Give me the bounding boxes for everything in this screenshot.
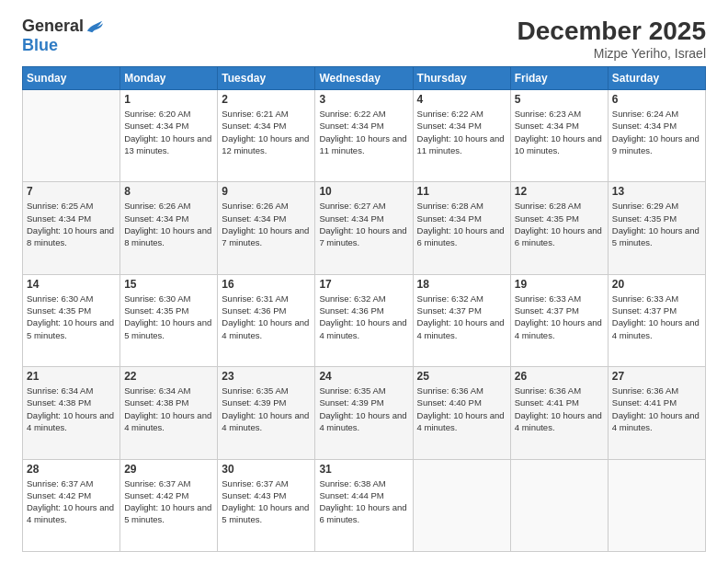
- table-row: 28Sunrise: 6:37 AM Sunset: 4:42 PM Dayli…: [23, 459, 120, 551]
- table-row: 4Sunrise: 6:22 AM Sunset: 4:34 PM Daylig…: [413, 90, 510, 182]
- table-row: 29Sunrise: 6:37 AM Sunset: 4:42 PM Dayli…: [120, 459, 218, 551]
- table-row: [413, 459, 510, 551]
- table-row: 8Sunrise: 6:26 AM Sunset: 4:34 PM Daylig…: [120, 182, 218, 274]
- day-info: Sunrise: 6:22 AM Sunset: 4:34 PM Dayligh…: [417, 108, 506, 156]
- table-row: 17Sunrise: 6:32 AM Sunset: 4:36 PM Dayli…: [315, 274, 413, 366]
- day-number: 7: [27, 185, 116, 198]
- logo-bird-icon: [85, 18, 104, 35]
- page: General Blue December 2025 Mizpe Yeriho,…: [0, 0, 728, 563]
- table-row: 19Sunrise: 6:33 AM Sunset: 4:37 PM Dayli…: [510, 274, 608, 366]
- day-info: Sunrise: 6:32 AM Sunset: 4:36 PM Dayligh…: [319, 293, 408, 341]
- table-row: 13Sunrise: 6:29 AM Sunset: 4:35 PM Dayli…: [608, 182, 705, 274]
- day-number: 31: [319, 463, 408, 476]
- day-info: Sunrise: 6:26 AM Sunset: 4:34 PM Dayligh…: [222, 200, 311, 248]
- day-info: Sunrise: 6:35 AM Sunset: 4:39 PM Dayligh…: [319, 385, 408, 433]
- title-area: December 2025 Mizpe Yeriho, Israel: [518, 17, 706, 61]
- table-row: 25Sunrise: 6:36 AM Sunset: 4:40 PM Dayli…: [413, 367, 510, 459]
- day-info: Sunrise: 6:37 AM Sunset: 4:42 PM Dayligh…: [27, 477, 116, 526]
- day-number: 24: [319, 370, 408, 383]
- day-number: 21: [27, 370, 116, 383]
- table-row: 23Sunrise: 6:35 AM Sunset: 4:39 PM Dayli…: [218, 367, 315, 459]
- day-info: Sunrise: 6:34 AM Sunset: 4:38 PM Dayligh…: [124, 385, 213, 433]
- table-row: [510, 459, 608, 551]
- day-info: Sunrise: 6:24 AM Sunset: 4:34 PM Dayligh…: [612, 108, 701, 156]
- table-row: 24Sunrise: 6:35 AM Sunset: 4:39 PM Dayli…: [315, 367, 413, 459]
- day-info: Sunrise: 6:37 AM Sunset: 4:43 PM Dayligh…: [222, 477, 311, 526]
- col-friday: Friday: [510, 67, 608, 90]
- table-row: 27Sunrise: 6:36 AM Sunset: 4:41 PM Dayli…: [608, 367, 705, 459]
- day-info: Sunrise: 6:30 AM Sunset: 4:35 PM Dayligh…: [124, 293, 213, 341]
- table-row: 12Sunrise: 6:28 AM Sunset: 4:35 PM Dayli…: [510, 182, 608, 274]
- day-number: 26: [515, 370, 604, 383]
- table-row: 14Sunrise: 6:30 AM Sunset: 4:35 PM Dayli…: [23, 274, 120, 366]
- day-number: 28: [27, 463, 116, 476]
- table-row: 6Sunrise: 6:24 AM Sunset: 4:34 PM Daylig…: [608, 90, 705, 182]
- day-number: 27: [612, 370, 701, 383]
- table-row: 31Sunrise: 6:38 AM Sunset: 4:44 PM Dayli…: [315, 459, 413, 551]
- day-number: 11: [417, 185, 506, 198]
- table-row: 3Sunrise: 6:22 AM Sunset: 4:34 PM Daylig…: [315, 90, 413, 182]
- table-row: [23, 90, 120, 182]
- day-number: 16: [222, 278, 311, 291]
- table-row: 26Sunrise: 6:36 AM Sunset: 4:41 PM Dayli…: [510, 367, 608, 459]
- day-number: 23: [222, 370, 311, 383]
- table-row: 1Sunrise: 6:20 AM Sunset: 4:34 PM Daylig…: [120, 90, 218, 182]
- day-info: Sunrise: 6:27 AM Sunset: 4:34 PM Dayligh…: [319, 200, 408, 248]
- day-number: 4: [417, 93, 506, 106]
- day-number: 19: [515, 278, 604, 291]
- calendar-week-row: 14Sunrise: 6:30 AM Sunset: 4:35 PM Dayli…: [23, 274, 706, 366]
- day-number: 18: [417, 278, 506, 291]
- col-thursday: Thursday: [413, 67, 510, 90]
- day-info: Sunrise: 6:36 AM Sunset: 4:41 PM Dayligh…: [515, 385, 604, 433]
- table-row: 7Sunrise: 6:25 AM Sunset: 4:34 PM Daylig…: [23, 182, 120, 274]
- calendar-header-row: Sunday Monday Tuesday Wednesday Thursday…: [23, 67, 706, 90]
- day-number: 13: [612, 185, 701, 198]
- col-wednesday: Wednesday: [315, 67, 413, 90]
- day-number: 30: [222, 463, 311, 476]
- table-row: 5Sunrise: 6:23 AM Sunset: 4:34 PM Daylig…: [510, 90, 608, 182]
- table-row: [608, 459, 705, 551]
- day-number: 12: [515, 185, 604, 198]
- table-row: 15Sunrise: 6:30 AM Sunset: 4:35 PM Dayli…: [120, 274, 218, 366]
- col-monday: Monday: [120, 67, 218, 90]
- table-row: 20Sunrise: 6:33 AM Sunset: 4:37 PM Dayli…: [608, 274, 705, 366]
- header: General Blue December 2025 Mizpe Yeriho,…: [22, 17, 706, 61]
- day-number: 17: [319, 278, 408, 291]
- day-info: Sunrise: 6:23 AM Sunset: 4:34 PM Dayligh…: [515, 108, 604, 156]
- day-info: Sunrise: 6:36 AM Sunset: 4:41 PM Dayligh…: [612, 385, 701, 433]
- col-tuesday: Tuesday: [218, 67, 315, 90]
- day-info: Sunrise: 6:33 AM Sunset: 4:37 PM Dayligh…: [612, 293, 701, 341]
- table-row: 30Sunrise: 6:37 AM Sunset: 4:43 PM Dayli…: [218, 459, 315, 551]
- calendar-week-row: 21Sunrise: 6:34 AM Sunset: 4:38 PM Dayli…: [23, 367, 706, 459]
- day-info: Sunrise: 6:28 AM Sunset: 4:35 PM Dayligh…: [515, 200, 604, 248]
- day-number: 2: [222, 93, 311, 106]
- day-number: 20: [612, 278, 701, 291]
- calendar-table: Sunday Monday Tuesday Wednesday Thursday…: [22, 66, 706, 552]
- day-number: 9: [222, 185, 311, 198]
- day-info: Sunrise: 6:29 AM Sunset: 4:35 PM Dayligh…: [612, 200, 701, 248]
- calendar-week-row: 7Sunrise: 6:25 AM Sunset: 4:34 PM Daylig…: [23, 182, 706, 274]
- day-number: 5: [515, 93, 604, 106]
- calendar-week-row: 28Sunrise: 6:37 AM Sunset: 4:42 PM Dayli…: [23, 459, 706, 551]
- table-row: 9Sunrise: 6:26 AM Sunset: 4:34 PM Daylig…: [218, 182, 315, 274]
- day-number: 3: [319, 93, 408, 106]
- day-number: 6: [612, 93, 701, 106]
- day-info: Sunrise: 6:35 AM Sunset: 4:39 PM Dayligh…: [222, 385, 311, 433]
- day-info: Sunrise: 6:26 AM Sunset: 4:34 PM Dayligh…: [124, 200, 213, 248]
- day-info: Sunrise: 6:31 AM Sunset: 4:36 PM Dayligh…: [222, 293, 311, 341]
- table-row: 11Sunrise: 6:28 AM Sunset: 4:34 PM Dayli…: [413, 182, 510, 274]
- day-info: Sunrise: 6:22 AM Sunset: 4:34 PM Dayligh…: [319, 108, 408, 156]
- table-row: 16Sunrise: 6:31 AM Sunset: 4:36 PM Dayli…: [218, 274, 315, 366]
- month-title: December 2025: [518, 17, 706, 46]
- day-info: Sunrise: 6:33 AM Sunset: 4:37 PM Dayligh…: [515, 293, 604, 341]
- table-row: 2Sunrise: 6:21 AM Sunset: 4:34 PM Daylig…: [218, 90, 315, 182]
- table-row: 22Sunrise: 6:34 AM Sunset: 4:38 PM Dayli…: [120, 367, 218, 459]
- day-info: Sunrise: 6:30 AM Sunset: 4:35 PM Dayligh…: [27, 293, 116, 341]
- col-saturday: Saturday: [608, 67, 705, 90]
- day-number: 15: [124, 278, 213, 291]
- logo-blue-text: Blue: [22, 36, 58, 55]
- logo-general-text: General: [22, 17, 84, 36]
- day-info: Sunrise: 6:36 AM Sunset: 4:40 PM Dayligh…: [417, 385, 506, 433]
- table-row: 18Sunrise: 6:32 AM Sunset: 4:37 PM Dayli…: [413, 274, 510, 366]
- day-number: 10: [319, 185, 408, 198]
